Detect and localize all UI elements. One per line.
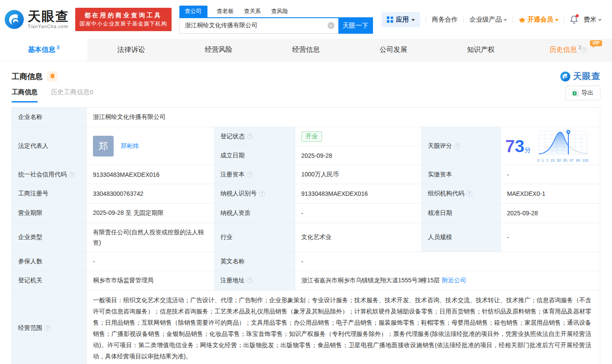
chevron-down-icon [504, 19, 507, 21]
nav-open-vip[interactable]: 开通会员 [519, 16, 558, 24]
taxpayer-id-value: 91330483MAEXDEX016 [295, 184, 422, 204]
reg-number-label: 工商注册号 [12, 184, 87, 204]
credit-code-value: 91330483MAEXDEX016 [87, 165, 214, 184]
company-name-label: 企业名称 [12, 108, 87, 127]
tab-label: 经营信息 [292, 45, 320, 54]
paid-capital-label: 实缴资本 [422, 165, 501, 184]
apps-menu[interactable]: 应用 [382, 12, 420, 27]
search-input[interactable] [180, 22, 338, 29]
tab-label: 法律诉讼 [117, 45, 145, 54]
logo-title: 天眼查 [28, 10, 69, 23]
help-icon[interactable]: ? [259, 191, 265, 197]
search-tab-relation[interactable]: 查关系 [243, 6, 262, 17]
logo-text: 天眼查 TianYanCha.com [28, 10, 69, 29]
reg-status-value: 开业 [295, 127, 422, 146]
business-info-table: 企业名称 浙江桐绘文化传播有限公司 法定代表人 郑 郑彬炜 登记状态 ? 开业 … [12, 107, 600, 364]
tab-legal-litigation[interactable]: 法律诉讼 [87, 39, 175, 61]
tab-company-development[interactable]: 公司发展 [350, 39, 437, 61]
insured-count-label: 参保人数 [12, 252, 87, 271]
clear-search-icon[interactable]: × [328, 22, 335, 29]
subtab-business-info[interactable]: 工商信息 [12, 88, 38, 102]
company-type-label: 企业类型 [12, 223, 87, 252]
table-row: 经营范围 ? 一般项目：组织文化艺术交流活动；广告设计、代理；广告制作；企业形象… [12, 291, 600, 364]
table-row: 企业名称 浙江桐绘文化传播有限公司 [12, 108, 600, 127]
top-navigation: 应用 商务合作 企业级产品 开通会员 [382, 12, 602, 27]
label-text: 天眼评分 [428, 142, 452, 150]
logo-subtitle: TianYanCha.com [28, 24, 69, 29]
help-icon[interactable]: ? [247, 172, 253, 178]
label-text: 纳税人识别号 [220, 190, 257, 198]
score-chart: 0131550859799100 [538, 129, 589, 163]
tianyancha-company-page: 天眼查 TianYanCha.com 都在用的商业查询工具 国家中小企业发展子基… [0, 0, 612, 364]
tianyancha-logo[interactable]: 天眼查 TianYanCha.com [4, 10, 69, 29]
score-cell: 73分 [501, 127, 600, 165]
crown-icon [519, 17, 526, 22]
business-term-label: 营业期限 [12, 204, 87, 223]
tianyancha-watermark: 天眼查 [560, 70, 600, 82]
chevron-down-icon [598, 19, 602, 21]
nav-user-menu[interactable]: 费米 [583, 16, 602, 24]
tab-history-info[interactable]: 历史信息 3 ? VIP [525, 39, 612, 61]
search-button[interactable]: 天眼一下 [338, 18, 373, 34]
alert-bell-icon[interactable] [47, 71, 57, 82]
tab-label: 经营风险 [205, 45, 233, 54]
tab-intellectual-property[interactable]: 知识产权 [437, 39, 524, 61]
search-tab-company[interactable]: 查公司 [179, 6, 207, 17]
help-icon[interactable]: ? [581, 47, 587, 53]
label-text: 经营范围 [18, 324, 42, 332]
reg-number-value: 330483000763742 [87, 184, 214, 204]
table-row: 营业期限 2025-09-28 至 无固定期限 纳税人资质 - 核准日期 202… [12, 204, 600, 223]
nav-enterprise-products[interactable]: 企业级产品 [469, 16, 507, 24]
score-unit: 分 [525, 146, 531, 153]
tab-basic-info[interactable]: 基本信息 8 [0, 39, 87, 61]
label-text: 登记状态 [220, 133, 245, 140]
insured-count-value: - [87, 252, 214, 271]
legal-rep-label: 法定代表人 [12, 127, 87, 165]
tab-operation-info[interactable]: 经营信息 [262, 39, 350, 61]
nav-business-cooperation[interactable]: 商务合作 [432, 16, 458, 24]
tab-count: 3 [578, 45, 581, 51]
table-row: 法定代表人 郑 郑彬炜 登记状态 ? 开业 成立日期 2025-09-28 天眼… [12, 127, 600, 165]
help-icon[interactable]: ? [454, 143, 460, 149]
section-title: 工商信息 [12, 71, 43, 82]
label-text: 注册资本 [220, 171, 245, 179]
subtab-count: 0 [89, 88, 93, 96]
status-badge: 开业 [301, 131, 322, 142]
divider [463, 16, 464, 22]
nav-enterprise-label: 企业级产品 [469, 16, 502, 24]
legal-rep-avatar[interactable]: 郑 [93, 136, 114, 156]
divider [564, 16, 564, 22]
help-icon[interactable]: ? [247, 134, 253, 140]
export-button[interactable]: x 导出 [565, 86, 600, 100]
subtab-history-business-info[interactable]: 历史工商信息0 [51, 88, 93, 101]
notification-bell-icon[interactable] [570, 15, 578, 24]
search-tab-boss[interactable]: 查老板 [216, 6, 235, 17]
business-scope-value: 一般项目：组织文化艺术交流活动；广告设计、代理；广告制作；企业形象策划；专业设计… [87, 291, 600, 364]
reg-status-label: 登记状态 ? [214, 127, 295, 146]
reg-address-label: 注册地址 ? [214, 271, 295, 291]
apps-menu-label: 应用 [396, 16, 409, 24]
slogan-badge: 都在用的商业查询工具 国家中小企业发展子基金旗下机构 [75, 8, 172, 31]
reg-capital-label: 注册资本 ? [214, 165, 295, 184]
staff-size-label: 人员规模 [422, 223, 501, 252]
score-curve-chart [538, 129, 589, 156]
subtab-row: 工商信息 历史工商信息0 x 导出 [0, 84, 612, 103]
legal-rep-link[interactable]: 郑彬炜 [121, 142, 139, 150]
help-icon[interactable]: ? [45, 325, 51, 331]
help-icon[interactable]: ? [466, 191, 472, 197]
tab-operation-risk[interactable]: 经营风险 [175, 39, 262, 61]
table-row: 参保人数 - 英文名称 - [12, 252, 600, 271]
help-icon[interactable]: ? [247, 278, 253, 284]
score-axis-labels: 0131550859799100 [538, 158, 589, 163]
address-text: 浙江省嘉兴市桐乡市乌镇镇龙翔大道1555号3幢15层 [301, 277, 440, 284]
help-icon[interactable]: ? [69, 172, 75, 178]
search-input-wrap: × [179, 18, 338, 34]
taxpayer-quality-label: 纳税人资质 [214, 204, 295, 223]
watermark-text: 天眼查 [573, 70, 600, 82]
section-header: 工商信息 天眼查 [0, 61, 612, 84]
search-tab-risk[interactable]: 查风险 [271, 6, 289, 17]
taxpayer-id-label: 纳税人识别号 ? [214, 184, 295, 204]
nearby-companies-link[interactable]: 附近公司 [442, 277, 466, 284]
org-code-label: 组织机构代码 ? [422, 184, 501, 204]
industry-label: 行业 [214, 223, 295, 252]
